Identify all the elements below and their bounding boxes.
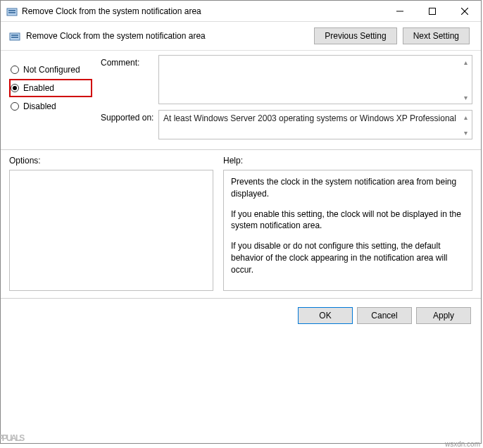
- ok-button[interactable]: OK: [298, 307, 353, 324]
- svg-rect-4: [429, 8, 436, 14]
- scroll-down-icon[interactable]: ▾: [460, 92, 470, 102]
- minimize-button[interactable]: [384, 1, 416, 21]
- radio-label: Enabled: [23, 83, 54, 93]
- comment-row: Comment: ▴ ▾: [101, 55, 472, 104]
- radio-icon: [11, 84, 19, 92]
- policy-title: Remove Clock from the system notificatio…: [26, 31, 308, 41]
- help-column: Help: Prevents the clock in the system n…: [223, 156, 472, 291]
- radio-icon: [11, 102, 19, 111]
- divider: [1, 50, 481, 51]
- scroll-up-icon[interactable]: ▴: [460, 112, 470, 122]
- scroll-down-icon[interactable]: ▾: [460, 127, 470, 137]
- radio-disabled[interactable]: Disabled: [9, 97, 92, 116]
- help-text: Prevents the clock in the system notific…: [231, 176, 465, 200]
- radio-icon: [11, 66, 19, 74]
- divider: [1, 149, 481, 150]
- radio-not-configured[interactable]: Not Configured: [9, 61, 92, 79]
- svg-rect-8: [11, 35, 18, 36]
- comment-label: Comment:: [101, 55, 158, 104]
- close-button[interactable]: [448, 1, 481, 21]
- next-setting-button[interactable]: Next Setting: [403, 27, 470, 44]
- footer-buttons: OK Cancel Apply: [1, 298, 481, 332]
- comment-input[interactable]: ▴ ▾: [158, 55, 472, 104]
- maximize-button[interactable]: [416, 1, 448, 21]
- policy-dialog: Remove Clock from the system notificatio…: [0, 0, 482, 444]
- help-text: If you disable or do not configure this …: [231, 240, 465, 275]
- options-column: Options:: [9, 156, 213, 291]
- state-radios: Not Configured Enabled Disabled: [9, 55, 92, 145]
- svg-rect-2: [8, 12, 15, 13]
- titlebar: Remove Clock from the system notificatio…: [1, 1, 481, 22]
- svg-rect-1: [8, 10, 15, 11]
- options-panel[interactable]: [9, 170, 213, 291]
- fields: Comment: ▴ ▾ Supported on: At least Wind…: [101, 55, 472, 145]
- lower-area: Options: Help: Prevents the clock in the…: [1, 156, 481, 291]
- radio-label: Disabled: [23, 101, 56, 111]
- scroll-up-icon[interactable]: ▴: [460, 57, 470, 67]
- help-text: If you enable this setting, the clock wi…: [231, 209, 465, 232]
- svg-rect-9: [11, 37, 18, 38]
- apply-button[interactable]: Apply: [416, 307, 471, 324]
- policy-icon: [6, 6, 18, 17]
- radio-enabled[interactable]: Enabled: [9, 79, 92, 97]
- window-controls: [384, 1, 481, 21]
- supported-row: Supported on: At least Windows Server 20…: [101, 110, 472, 139]
- source-label: wsxdn.com: [445, 440, 480, 448]
- help-label: Help:: [223, 156, 472, 170]
- header: Remove Clock from the system notificatio…: [1, 22, 481, 50]
- supported-display: At least Windows Server 2003 operating s…: [158, 110, 472, 139]
- help-panel: Prevents the clock in the system notific…: [223, 170, 472, 291]
- supported-label: Supported on:: [101, 110, 158, 139]
- previous-setting-button[interactable]: Previous Setting: [314, 27, 396, 44]
- policy-icon: [9, 30, 20, 42]
- config-area: Not Configured Enabled Disabled Comment:…: [1, 55, 481, 145]
- supported-value: At least Windows Server 2003 operating s…: [163, 113, 456, 123]
- radio-label: Not Configured: [23, 65, 80, 75]
- cancel-button[interactable]: Cancel: [357, 307, 412, 324]
- options-label: Options:: [9, 156, 213, 170]
- window-title: Remove Clock from the system notificatio…: [22, 6, 384, 16]
